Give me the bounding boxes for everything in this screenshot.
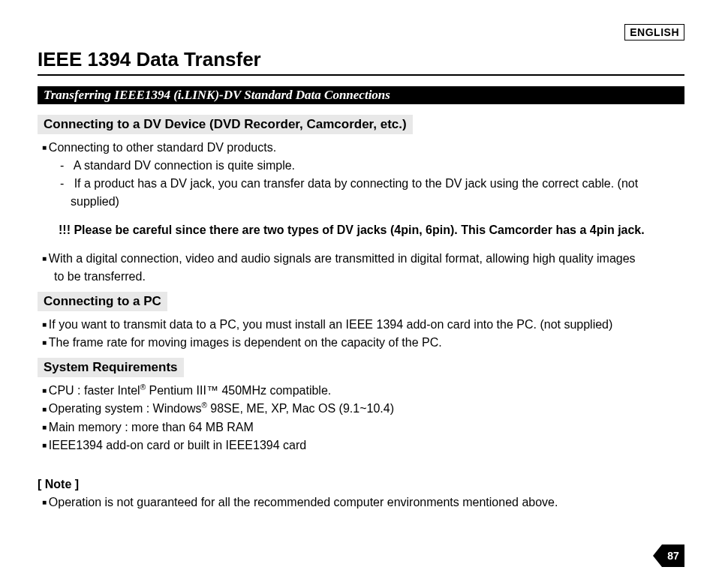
dash-item: A standard DV connection is quite simple… [71,157,684,175]
subhead-pc: Connecting to a PC [38,292,167,311]
page-title: IEEE 1394 Data Transfer [38,48,684,76]
subhead-sysreq: System Requirements [38,358,184,377]
bullet: With a digital connection, video and aud… [54,250,684,286]
subhead-dv-device: Connecting to a DV Device (DVD Recorder,… [38,115,413,134]
bullet: Operation is not guaranteed for all the … [54,494,684,512]
section-bar: Transferring IEEE1394 (i.LINK)-DV Standa… [38,86,684,104]
bullet: Main memory : more than 64 MB RAM [54,418,684,436]
bullet: CPU : faster Intel® Pentium III™ 450MHz … [54,382,684,400]
bullet: Connecting to other standard DV products… [54,139,684,157]
bullet: The frame rate for moving images is depe… [54,334,684,352]
note-heading: [ Note ] [38,476,684,494]
bullet: If you want to transmit data to a PC, yo… [54,316,684,334]
page-number: 87 [662,544,684,567]
language-label: ENGLISH [624,24,684,40]
bullet: Operating system : Windows® 98SE, ME, XP… [54,400,684,418]
dash-item: If a product has a DV jack, you can tran… [71,175,684,211]
bullet: IEEE1394 add-on card or built in IEEE139… [54,436,684,454]
warning-text: !!! Please be careful since there are tw… [59,221,684,239]
